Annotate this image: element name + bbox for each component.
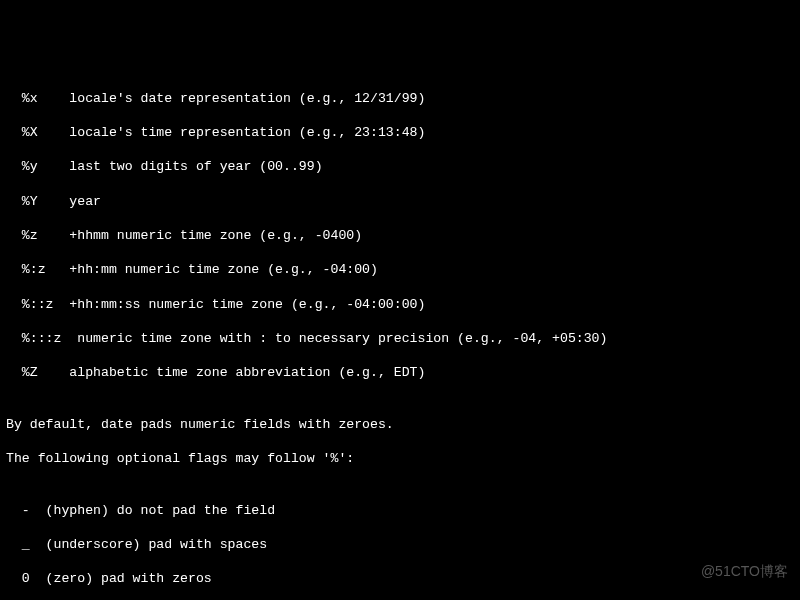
format-line: %z +hhmm numeric time zone (e.g., -0400) [6,227,794,244]
format-line: %Z alphabetic time zone abbreviation (e.… [6,364,794,381]
padding-intro: By default, date pads numeric fields wit… [6,416,794,433]
format-line: %Y year [6,193,794,210]
format-line: %:::z numeric time zone with : to necess… [6,330,794,347]
format-line: %y last two digits of year (00..99) [6,158,794,175]
flag-line: - (hyphen) do not pad the field [6,502,794,519]
format-line: %:z +hh:mm numeric time zone (e.g., -04:… [6,261,794,278]
format-line: %::z +hh:mm:ss numeric time zone (e.g., … [6,296,794,313]
flag-line: 0 (zero) pad with zeros [6,570,794,587]
format-line: %x locale's date representation (e.g., 1… [6,90,794,107]
format-line: %X locale's time representation (e.g., 2… [6,124,794,141]
watermark: @51CTO博客 [701,562,788,580]
padding-intro: The following optional flags may follow … [6,450,794,467]
terminal-output[interactable]: %x locale's date representation (e.g., 1… [6,73,794,600]
flag-line: _ (underscore) pad with spaces [6,536,794,553]
